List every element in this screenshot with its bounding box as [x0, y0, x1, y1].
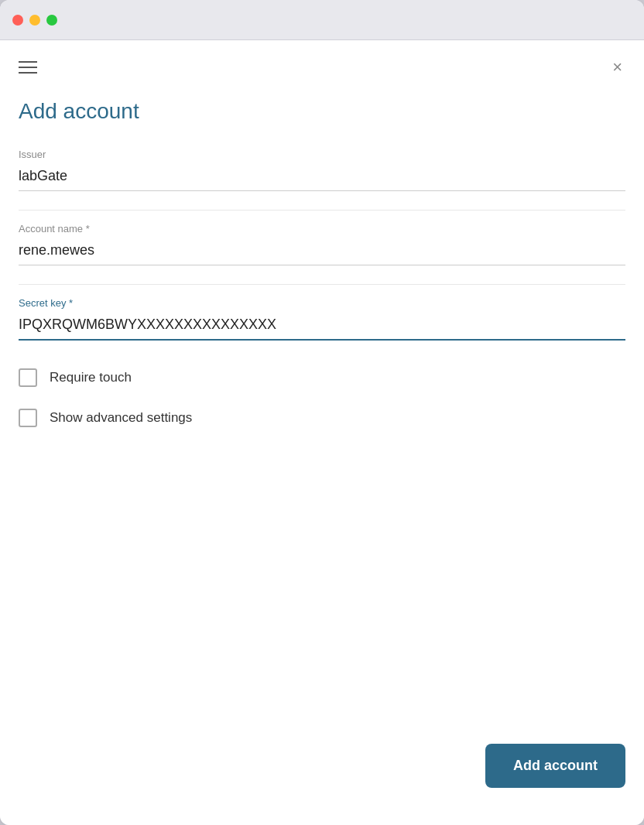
issuer-field-group: Issuer: [19, 149, 625, 191]
footer: Add account: [19, 719, 625, 825]
show-advanced-checkbox[interactable]: [19, 409, 37, 427]
close-button[interactable]: ×: [609, 56, 625, 79]
minimize-traffic-light[interactable]: [29, 15, 40, 26]
account-name-field-group: Account name *: [19, 223, 625, 265]
close-traffic-light[interactable]: [12, 15, 23, 26]
account-name-input[interactable]: [19, 239, 625, 265]
show-advanced-group: Show advanced settings: [19, 409, 625, 427]
toolbar: ×: [19, 40, 625, 87]
add-account-button[interactable]: Add account: [485, 744, 625, 788]
secret-key-input[interactable]: [19, 313, 625, 341]
issuer-input[interactable]: [19, 165, 625, 191]
secret-key-label: Secret key *: [19, 297, 625, 309]
page-title: Add account: [19, 99, 625, 124]
divider-2: [19, 284, 625, 285]
require-touch-group: Require touch: [19, 368, 625, 387]
titlebar: [0, 0, 644, 40]
secret-key-field-group: Secret key *: [19, 297, 625, 341]
traffic-lights: [12, 15, 57, 26]
app-window: × Add account Issuer Account name * Secr…: [0, 0, 644, 825]
require-touch-label: Require touch: [50, 370, 132, 385]
issuer-label: Issuer: [19, 149, 625, 160]
divider-1: [19, 210, 625, 211]
hamburger-menu-icon[interactable]: [19, 61, 37, 74]
maximize-traffic-light[interactable]: [46, 15, 57, 26]
account-name-label: Account name *: [19, 223, 625, 234]
main-content: × Add account Issuer Account name * Secr…: [0, 40, 644, 825]
require-touch-checkbox[interactable]: [19, 368, 37, 387]
show-advanced-label: Show advanced settings: [50, 410, 192, 426]
